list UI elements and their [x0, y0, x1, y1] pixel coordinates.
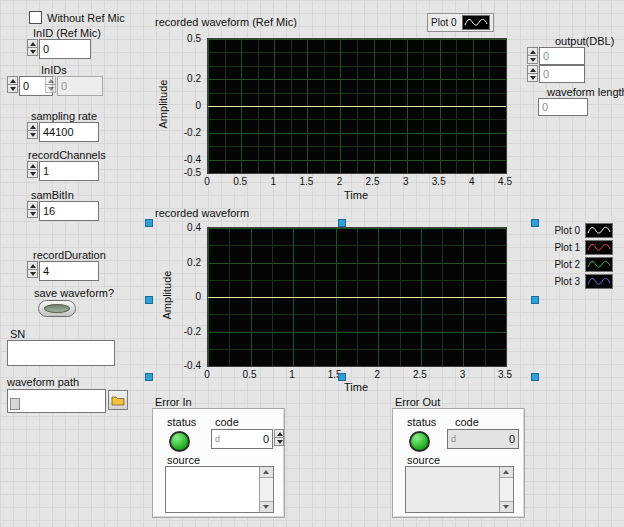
decrement-button[interactable]	[27, 169, 38, 178]
x-tick-label: 1	[289, 369, 295, 380]
selection-handle[interactable]	[338, 373, 346, 381]
inid-ref-mic-value[interactable]: 0	[39, 39, 91, 59]
labview-front-panel: Without Ref Mic InID (Ref Mic) 0 InIDs 0…	[0, 0, 624, 527]
scroll-up-button[interactable]	[500, 467, 513, 478]
error-in-source-box[interactable]	[165, 466, 274, 513]
x-tick-label: 3.5	[432, 176, 446, 187]
decrement-button[interactable]	[274, 437, 284, 446]
legend-item[interactable]: Plot 0	[541, 222, 613, 239]
x-tick-label: 0.5	[243, 369, 257, 380]
error-in-code-value[interactable]: 0	[263, 433, 269, 445]
x-tick-label: 4	[469, 176, 475, 187]
without-ref-mic-checkbox[interactable]: Without Ref Mic	[29, 11, 125, 24]
legend-item[interactable]: Plot 3	[541, 273, 613, 290]
selection-handle[interactable]	[145, 373, 153, 381]
legend-item-label: Plot 2	[554, 259, 580, 270]
record-channels-value[interactable]: 1	[39, 161, 99, 181]
source-label: source	[407, 454, 440, 466]
checkbox-label: Without Ref Mic	[47, 12, 125, 24]
inids-element-control[interactable]: 0	[45, 76, 103, 96]
error-out-label: Error Out	[395, 396, 440, 408]
selection-handle[interactable]	[145, 296, 153, 304]
major-gridline	[208, 160, 506, 161]
x-axis-ticks: 00.511.522.533.544.5	[207, 176, 505, 188]
scrollbar[interactable]	[259, 467, 273, 512]
sn-label: SN	[10, 328, 25, 340]
sampling-rate-control[interactable]: 44100	[27, 122, 99, 142]
major-gridline	[506, 228, 507, 366]
decrement-button[interactable]	[27, 269, 38, 278]
spinner	[27, 161, 38, 178]
sampling-rate-label: sampling rate	[31, 110, 97, 122]
output-dbl-value-1[interactable]: 0	[539, 47, 585, 65]
major-gridline	[506, 39, 507, 173]
decrement-button[interactable]	[27, 130, 38, 139]
x-tick-label: 4.5	[498, 176, 512, 187]
browse-path-button[interactable]	[108, 390, 128, 410]
minor-gridline	[208, 349, 506, 350]
selection-handle[interactable]	[531, 296, 539, 304]
plot-area[interactable]	[207, 38, 507, 174]
legend-item[interactable]: Plot 1	[541, 239, 613, 256]
y-axis-ticks: 0.50.20-0.2-0.4-0.5	[178, 38, 204, 172]
y-axis-title: Amplitude	[161, 255, 173, 335]
decrement-button[interactable]	[527, 73, 538, 82]
decrement-button[interactable]	[27, 47, 38, 56]
major-gridline	[208, 263, 506, 264]
selection-handle[interactable]	[338, 219, 346, 227]
save-waveform-button[interactable]	[38, 300, 76, 317]
checkbox-box-icon[interactable]	[29, 11, 42, 24]
y-tick-label: -0.5	[184, 167, 201, 178]
legend-item[interactable]: Plot 0	[431, 14, 490, 31]
major-gridline	[208, 39, 506, 40]
x-tick-label: 0	[204, 369, 210, 380]
inids-element-value[interactable]: 0	[57, 76, 103, 96]
plot-legend: Plot 0	[427, 13, 494, 32]
legend-item[interactable]: Plot 2	[541, 256, 613, 273]
y-tick-label: -0.2	[184, 325, 201, 336]
scrollbar[interactable]	[499, 467, 513, 512]
graph-title: recorded waveform	[155, 207, 249, 219]
waveform-path-input[interactable]	[7, 389, 106, 413]
scroll-down-button[interactable]	[260, 501, 273, 512]
scroll-down-button[interactable]	[500, 501, 513, 512]
sn-input[interactable]	[7, 340, 115, 366]
minor-gridline	[208, 52, 506, 53]
spinner	[27, 261, 38, 278]
decrement-button[interactable]	[527, 55, 538, 64]
minor-gridline	[208, 146, 506, 147]
error-in-source-value[interactable]	[166, 467, 259, 512]
sam-bit-in-control[interactable]: 16	[27, 201, 99, 221]
record-duration-control[interactable]: 4	[27, 261, 99, 281]
plot-area[interactable]	[207, 227, 507, 367]
record-channels-control[interactable]: 1	[27, 161, 99, 181]
output-dbl-control-1[interactable]: 0	[527, 47, 585, 65]
status-led-icon[interactable]	[169, 431, 190, 452]
radix-indicator: d	[451, 434, 456, 444]
major-gridline	[208, 228, 506, 229]
output-dbl-value-2[interactable]: 0	[539, 65, 585, 83]
path-type-icon	[10, 398, 20, 410]
save-waveform-label: save waveform?	[34, 287, 114, 299]
y-tick-label: 0.2	[187, 73, 201, 84]
sam-bit-in-value[interactable]: 16	[39, 201, 99, 221]
waveform-trace	[208, 106, 506, 107]
inid-ref-mic-control[interactable]: 0	[27, 39, 91, 59]
y-tick-label: 0.2	[187, 256, 201, 267]
output-dbl-control-2[interactable]: 0	[527, 65, 585, 83]
waveform-trace	[208, 297, 506, 298]
legend-waveform-icon	[462, 15, 490, 30]
scroll-up-button[interactable]	[260, 467, 273, 478]
decrement-button[interactable]	[7, 84, 18, 93]
record-duration-value[interactable]: 4	[39, 261, 99, 281]
sampling-rate-value[interactable]: 44100	[39, 122, 99, 142]
plot-legend: Plot 0Plot 1Plot 2Plot 3	[541, 222, 613, 290]
decrement-button[interactable]	[45, 84, 56, 93]
legend-item-label: Plot 0	[554, 225, 580, 236]
decrement-button[interactable]	[27, 209, 38, 218]
selection-handle[interactable]	[145, 219, 153, 227]
selection-handle[interactable]	[531, 219, 539, 227]
error-in-code-control[interactable]: d 0	[211, 429, 284, 449]
major-gridline	[208, 79, 506, 80]
selection-handle[interactable]	[531, 373, 539, 381]
